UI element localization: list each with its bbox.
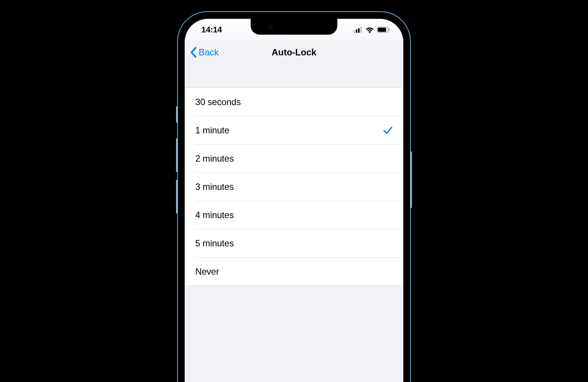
svg-rect-6	[389, 29, 390, 31]
cellular-signal-icon	[354, 27, 363, 33]
svg-rect-5	[378, 28, 386, 32]
option-label: 5 minutes	[195, 238, 234, 249]
option-never[interactable]: Never	[185, 257, 403, 286]
back-label: Back	[199, 47, 219, 58]
option-label: 4 minutes	[195, 210, 234, 220]
option-5-minutes[interactable]: 5 minutes	[185, 229, 403, 257]
volume-down-button[interactable]	[176, 180, 178, 214]
battery-icon	[377, 27, 390, 33]
back-button[interactable]: Back	[190, 47, 219, 58]
mute-switch[interactable]	[176, 106, 178, 123]
option-4-minutes[interactable]: 4 minutes	[185, 201, 403, 229]
checkmark-icon	[383, 125, 393, 135]
option-2-minutes[interactable]: 2 minutes	[185, 144, 403, 173]
option-1-minute[interactable]: 1 minute	[185, 116, 403, 144]
phone-frame: 14:14	[177, 11, 411, 382]
status-indicators	[354, 26, 390, 33]
header-spacer	[185, 64, 403, 87]
svg-rect-0	[354, 31, 355, 33]
nav-header: Back Auto-Lock	[185, 41, 403, 64]
power-button[interactable]	[410, 151, 412, 208]
option-30-seconds[interactable]: 30 seconds	[185, 88, 403, 116]
chevron-left-icon	[190, 47, 197, 58]
option-label: Never	[195, 266, 219, 277]
option-label: 2 minutes	[195, 153, 234, 164]
option-label: 1 minute	[195, 125, 229, 136]
notch	[251, 19, 337, 35]
option-label: 30 seconds	[195, 97, 241, 107]
screen: 14:14	[185, 19, 403, 382]
svg-rect-1	[356, 29, 357, 33]
svg-rect-2	[358, 28, 360, 33]
status-time: 14:14	[201, 25, 222, 35]
option-3-minutes[interactable]: 3 minutes	[185, 173, 403, 201]
wifi-icon	[365, 26, 374, 33]
volume-up-button[interactable]	[176, 138, 178, 172]
front-camera	[268, 24, 273, 29]
auto-lock-options-list: 30 seconds 1 minute 2 minutes 3 minutes	[185, 87, 403, 286]
svg-rect-3	[360, 27, 362, 33]
footer-spacer	[185, 286, 403, 382]
option-label: 3 minutes	[195, 182, 234, 192]
